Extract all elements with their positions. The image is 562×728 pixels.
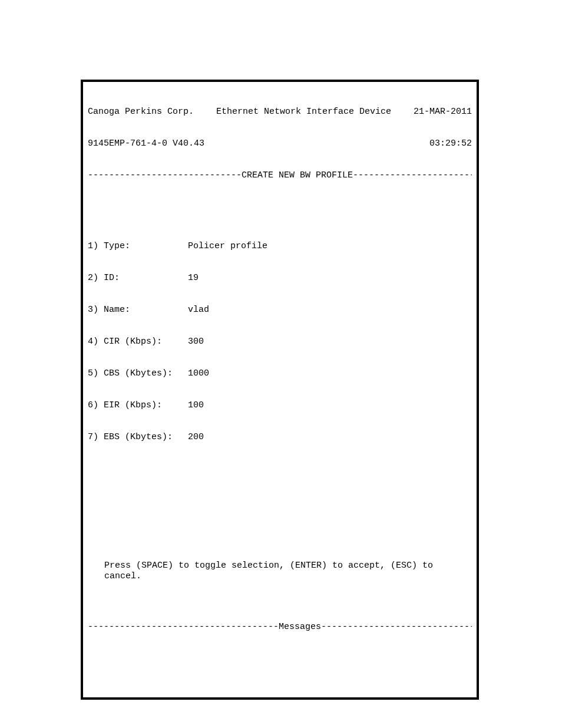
field-num: 7) xyxy=(88,432,98,442)
time: 03:29:52 xyxy=(429,139,472,149)
date: 21-MAR-2011 xyxy=(414,107,472,117)
field-ebs[interactable]: 7) EBS (Kbytes):200 xyxy=(88,432,472,443)
field-num: 6) xyxy=(88,400,98,410)
field-label: EIR (Kbps): xyxy=(104,400,162,410)
section-divider: -----------------------------CREATE NEW … xyxy=(88,170,472,181)
company-name: Canoga Perkins Corp. xyxy=(88,107,194,117)
field-num: 5) xyxy=(88,368,98,378)
field-id[interactable]: 2) ID:19 xyxy=(88,273,472,284)
field-value: 300 xyxy=(188,337,204,347)
field-num: 4) xyxy=(88,337,98,347)
field-value: 100 xyxy=(188,400,204,410)
field-label: Type: xyxy=(104,241,130,251)
field-eir[interactable]: 6) EIR (Kbps):100 xyxy=(88,400,472,411)
field-type[interactable]: 1) Type:Policer profile xyxy=(88,241,472,252)
field-cir[interactable]: 4) CIR (Kbps):300 xyxy=(88,337,472,347)
field-num: 2) xyxy=(88,273,98,283)
field-value: Policer profile xyxy=(188,241,267,251)
field-label: ID: xyxy=(104,273,120,283)
header-row-2: 9145EMP-761-4-0 V40.43 03:29:52 xyxy=(88,139,472,149)
field-value: 1000 xyxy=(188,368,209,378)
field-label: CBS (Kbytes): xyxy=(104,368,173,378)
model-version: 9145EMP-761-4-0 V40.43 xyxy=(88,139,204,149)
field-name[interactable]: 3) Name:vlad xyxy=(88,305,472,315)
field-label: Name: xyxy=(104,305,130,315)
messages-area xyxy=(88,654,472,678)
field-list: 1) Type:Policer profile 2) ID:19 3) Name… xyxy=(88,220,472,464)
field-num: 1) xyxy=(88,241,98,251)
field-value: 19 xyxy=(188,273,199,283)
field-label: EBS (Kbytes): xyxy=(104,432,173,442)
field-value: 200 xyxy=(188,432,204,442)
field-cbs[interactable]: 5) CBS (Kbytes):1000 xyxy=(88,368,472,379)
messages-divider: ------------------------------------Mess… xyxy=(88,622,472,633)
header-spacer xyxy=(204,139,429,149)
field-num: 3) xyxy=(88,305,98,315)
instructions: Press (SPACE) to toggle selection, (ENTE… xyxy=(88,561,472,582)
terminal-screen[interactable]: Canoga Perkins Corp. Ethernet Network In… xyxy=(81,80,479,700)
field-label: CIR (Kbps): xyxy=(104,337,162,347)
header-row-1: Canoga Perkins Corp. Ethernet Network In… xyxy=(88,107,472,117)
device-title: Ethernet Network Interface Device xyxy=(194,107,414,117)
field-value: vlad xyxy=(188,305,209,315)
